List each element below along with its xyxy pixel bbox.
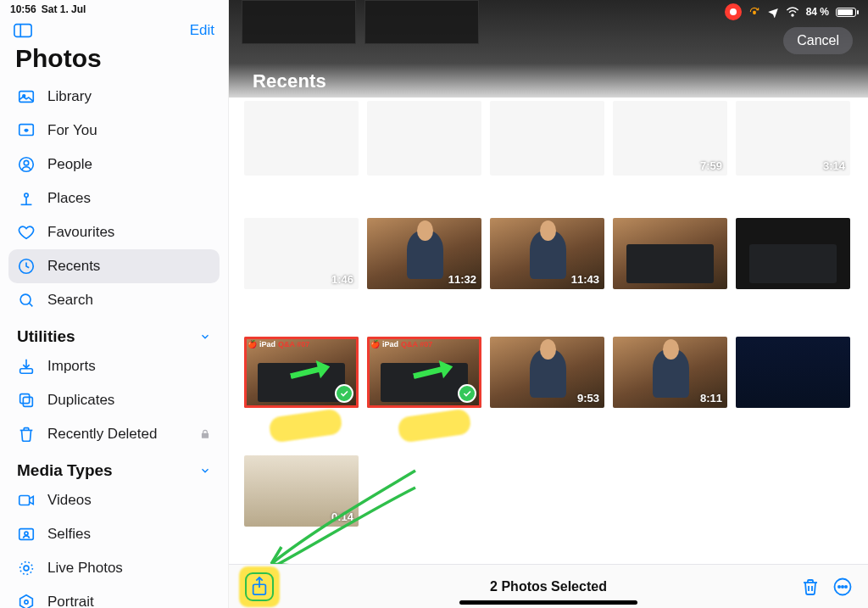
svg-point-18: [25, 600, 28, 604]
live-photos-icon: [17, 559, 36, 577]
photo-thumbnail[interactable]: 0:14: [244, 455, 359, 527]
thumbnail-peek[interactable]: [242, 0, 356, 44]
sidebar-item-label: Videos: [47, 492, 92, 509]
svg-point-15: [25, 532, 28, 535]
delete-button[interactable]: [800, 577, 821, 597]
photo-thumbnail[interactable]: 7:59: [613, 101, 727, 176]
sidebar-item-videos[interactable]: Videos: [8, 483, 220, 517]
thumbnail-peek[interactable]: [364, 0, 479, 44]
selected-check-icon: [335, 384, 353, 403]
sidebar-item-recents[interactable]: Recents: [8, 249, 220, 283]
svg-point-16: [24, 566, 29, 571]
photo-library-icon: [17, 87, 36, 106]
sidebar-item-selfies[interactable]: Selfies: [8, 517, 220, 551]
sidebar-item-search[interactable]: Search: [8, 283, 220, 317]
clock-icon: [17, 257, 36, 276]
heart-icon: [17, 223, 36, 242]
svg-point-20: [792, 14, 793, 16]
photo-thumbnail[interactable]: 11:43: [490, 218, 604, 289]
places-icon: [17, 189, 36, 208]
home-indicator[interactable]: [459, 600, 637, 605]
duration-badge: 0:14: [331, 510, 353, 523]
sidebar-item-label: Recents: [47, 258, 100, 275]
status-date: Sat 1. Jul: [42, 3, 86, 15]
duplicates-icon: [17, 391, 36, 410]
duration-badge: 7:59: [700, 159, 722, 172]
section-media-types[interactable]: Media Types: [8, 451, 220, 483]
photo-thumbnail[interactable]: 11:32: [367, 218, 481, 289]
photo-thumbnail[interactable]: [490, 101, 604, 176]
svg-point-7: [25, 193, 28, 197]
orientation-lock-icon[interactable]: [748, 6, 760, 18]
photo-thumbnail[interactable]: [613, 218, 727, 289]
sidebar-item-label: People: [47, 156, 92, 173]
trash-icon: [17, 425, 36, 443]
header-blur: 84 % Cancel Recents: [229, 0, 868, 98]
svg-rect-11: [20, 394, 30, 404]
svg-rect-10: [20, 369, 33, 374]
annotation-highlight: [268, 408, 342, 443]
people-icon: [17, 155, 36, 174]
sidebar-item-library[interactable]: Library: [8, 80, 220, 114]
battery-icon: [836, 8, 856, 17]
photo-thumbnail[interactable]: [736, 218, 850, 289]
qna-badge: 🍎iPad Q&A #07: [248, 340, 309, 349]
photo-thumbnail[interactable]: 8:11: [613, 337, 727, 408]
edit-button[interactable]: Edit: [190, 22, 214, 39]
svg-point-25: [845, 585, 847, 587]
svg-rect-13: [19, 496, 30, 505]
sidebar-item-people[interactable]: People: [8, 148, 220, 181]
chevron-down-icon: [199, 331, 211, 343]
sidebar-item-favourites[interactable]: Favourites: [8, 215, 220, 249]
sidebar-item-label: Imports: [47, 358, 96, 375]
photo-grid: 7:59 3:14 1:46 11:32 11:43: [229, 98, 868, 564]
sidebar-item-label: Library: [47, 88, 92, 105]
sidebar-toggle-icon[interactable]: [14, 23, 32, 38]
for-you-icon: [17, 121, 36, 140]
photo-thumbnail-selected[interactable]: 🍎iPad Q&A #07: [244, 337, 359, 408]
svg-point-23: [838, 585, 840, 587]
photo-thumbnail[interactable]: [736, 337, 850, 408]
sidebar-item-label: Portrait: [47, 594, 94, 608]
sidebar-item-for-you[interactable]: For You: [8, 114, 220, 148]
svg-point-24: [842, 585, 843, 587]
sidebar-item-recently-deleted[interactable]: Recently Deleted: [8, 417, 220, 451]
photo-thumbnail[interactable]: 3:14: [736, 101, 850, 176]
lock-icon: [199, 428, 211, 440]
photo-thumbnail-selected[interactable]: 🍎iPad Q&A #07: [367, 337, 481, 408]
photo-thumbnail[interactable]: [244, 101, 359, 176]
sidebar-item-imports[interactable]: Imports: [8, 349, 220, 383]
recording-indicator-icon[interactable]: [725, 3, 742, 20]
main-area: 84 % Cancel Recents 7:59 3:14: [229, 0, 868, 608]
sidebar-item-label: Recently Deleted: [47, 426, 157, 443]
photo-thumbnail[interactable]: [367, 101, 481, 176]
wifi-icon: [786, 7, 799, 17]
duration-badge: 3:14: [823, 159, 845, 172]
sidebar-item-places[interactable]: Places: [8, 181, 220, 215]
more-button[interactable]: [832, 577, 853, 597]
sidebar-item-portrait[interactable]: Portrait: [8, 585, 220, 608]
selection-count: 2 Photos Selected: [490, 579, 607, 594]
bottom-toolbar: 2 Photos Selected: [229, 564, 868, 608]
section-utilities[interactable]: Utilities: [8, 317, 220, 349]
duration-badge: 11:32: [448, 273, 476, 286]
share-button[interactable]: [244, 572, 275, 602]
chevron-down-icon: [199, 465, 211, 477]
portrait-icon: [17, 593, 36, 608]
cancel-button[interactable]: Cancel: [783, 27, 853, 54]
photo-thumbnail[interactable]: 1:46: [244, 218, 359, 289]
duration-badge: 8:11: [700, 392, 722, 404]
sidebar-item-live-photos[interactable]: Live Photos: [8, 551, 220, 585]
sidebar-item-label: Search: [47, 292, 93, 309]
share-icon: [250, 576, 269, 598]
duration-badge: 1:46: [331, 273, 353, 286]
battery-percent: 84 %: [806, 6, 829, 18]
photo-thumbnail[interactable]: 9:53: [490, 337, 604, 408]
sidebar: 10:56 Sat 1. Jul Edit Photos Library: [0, 0, 229, 608]
sidebar-title: Photos: [0, 39, 228, 80]
sidebar-item-duplicates[interactable]: Duplicates: [8, 383, 220, 417]
annotation-highlight: [397, 408, 471, 443]
duration-badge: 11:43: [571, 273, 599, 286]
qna-badge: 🍎iPad Q&A #07: [370, 340, 432, 349]
sidebar-item-label: Live Photos: [47, 560, 123, 577]
